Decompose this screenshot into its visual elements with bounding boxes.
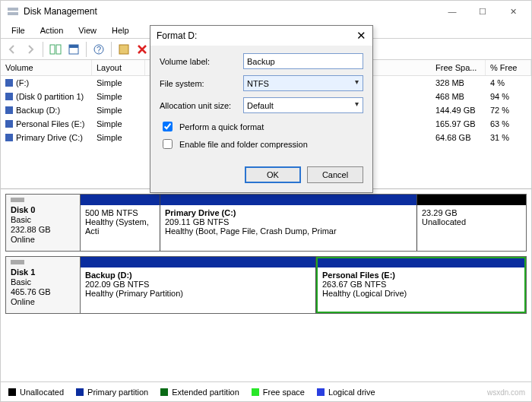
partition[interactable]: Primary Drive (C:)209.11 GB NTFSHealthy … <box>160 195 417 251</box>
volume-icon <box>5 79 13 87</box>
svg-rect-1 <box>8 12 18 15</box>
compression-checkbox[interactable] <box>163 139 173 149</box>
disk-icon <box>11 198 24 202</box>
watermark: wsxdn.com <box>487 388 525 397</box>
swatch-free-icon <box>252 388 259 396</box>
disk-icon <box>11 260 24 264</box>
label-aus: Allocation unit size: <box>160 101 243 110</box>
col-layout[interactable]: Layout <box>92 60 145 75</box>
titlebar: Disk Management — ☐ ✕ <box>1 1 531 22</box>
quick-format-checkbox[interactable] <box>163 122 173 131</box>
svg-rect-3 <box>56 45 61 54</box>
label-filesystem: File system: <box>160 79 243 88</box>
swatch-logical-icon <box>317 388 325 396</box>
dialog-close-icon[interactable]: ✕ <box>356 29 366 43</box>
svg-rect-5 <box>69 45 78 48</box>
ok-button[interactable]: OK <box>245 166 301 183</box>
partition-unallocated[interactable]: 23.29 GBUnallocated <box>417 195 526 251</box>
label-volume: Volume label: <box>160 57 243 66</box>
svg-text:?: ? <box>97 45 101 54</box>
filesystem-select[interactable]: NTFS <box>243 75 363 91</box>
format-dialog: Format D: ✕ Volume label: File system: N… <box>150 25 373 193</box>
dialog-titlebar[interactable]: Format D: ✕ <box>150 26 372 46</box>
help-icon[interactable]: ? <box>90 41 107 58</box>
volume-icon <box>5 106 13 114</box>
volume-icon <box>5 120 13 128</box>
svg-rect-0 <box>8 8 18 11</box>
cancel-button[interactable]: Cancel <box>307 166 363 183</box>
window-title: Disk Management <box>24 6 437 17</box>
forward-icon[interactable] <box>22 41 39 58</box>
swatch-extended-icon <box>160 388 168 396</box>
volume-icon <box>5 93 13 100</box>
close-button[interactable]: ✕ <box>498 1 528 22</box>
partition[interactable]: Backup (D:)202.09 GB NTFSHealthy (Primar… <box>81 257 316 313</box>
minimize-button[interactable]: — <box>437 1 467 22</box>
swatch-primary-icon <box>76 388 84 396</box>
legend: Unallocated Primary partition Extended p… <box>1 381 531 401</box>
app-icon <box>7 5 19 17</box>
disk-map: Disk 0 Basic 232.88 GB Online 500 MB NTF… <box>1 189 531 341</box>
panes-icon[interactable] <box>47 41 64 58</box>
settings-icon[interactable] <box>116 41 132 58</box>
disk-label[interactable]: Disk 1 Basic 465.76 GB Online <box>6 257 81 313</box>
menu-view[interactable]: View <box>72 24 103 36</box>
dialog-title: Format D: <box>157 30 356 41</box>
maximize-button[interactable]: ☐ <box>467 1 498 22</box>
volume-label-input[interactable] <box>243 53 363 69</box>
disk-label[interactable]: Disk 0 Basic 232.88 GB Online <box>6 195 81 251</box>
col-pct[interactable]: % Free <box>486 60 531 75</box>
menu-file[interactable]: File <box>5 24 31 36</box>
partition-selected[interactable]: Personal Files (E:)263.67 GB NTFSHealthy… <box>316 257 526 313</box>
delete-icon[interactable] <box>134 41 150 58</box>
disk-row: Disk 1 Basic 465.76 GB Online Backup (D:… <box>5 256 527 314</box>
refresh-icon[interactable] <box>65 41 82 58</box>
volume-icon <box>5 134 13 141</box>
disk-row: Disk 0 Basic 232.88 GB Online 500 MB NTF… <box>5 194 527 252</box>
svg-rect-2 <box>50 45 55 54</box>
back-icon[interactable] <box>4 41 21 58</box>
col-free[interactable]: Free Spa... <box>431 60 486 75</box>
allocation-select[interactable]: Default <box>243 97 363 113</box>
svg-rect-8 <box>119 45 128 54</box>
menu-help[interactable]: Help <box>106 24 135 36</box>
col-volume[interactable]: Volume <box>1 60 92 75</box>
swatch-unallocated-icon <box>8 388 16 396</box>
partition[interactable]: 500 MB NTFSHealthy (System, Acti <box>81 195 160 251</box>
menu-action[interactable]: Action <box>34 24 70 36</box>
